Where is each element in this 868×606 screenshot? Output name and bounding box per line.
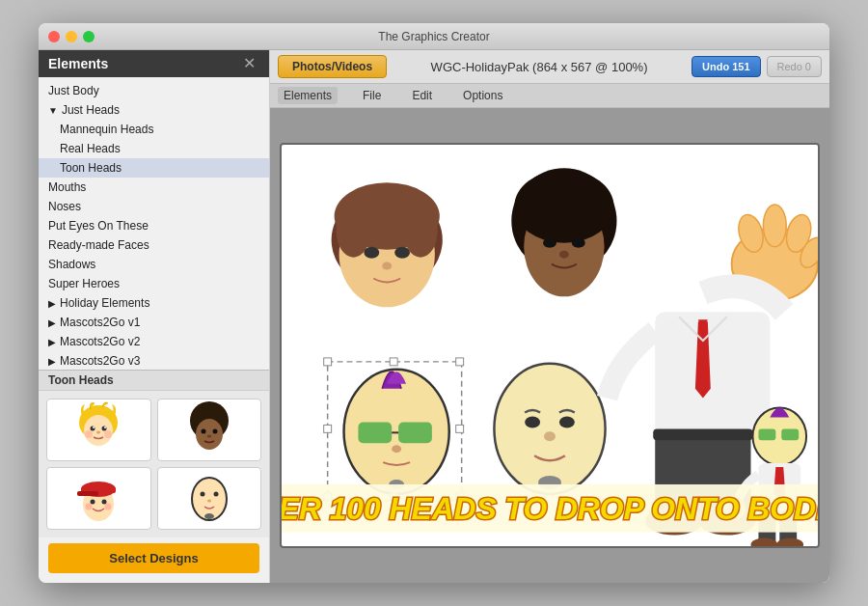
tree-arrow-icon: ▼ (48, 105, 58, 116)
sidebar-title: Elements (48, 56, 108, 71)
select-designs-button[interactable]: Select Designs (48, 543, 259, 573)
title-bar-buttons (48, 31, 95, 42)
svg-point-8 (104, 430, 112, 438)
window-title: The Graphics Creator (378, 30, 489, 43)
tree-item-super-heroes[interactable]: Super Heroes (39, 274, 269, 293)
app-body: Elements ✕ Just Body▼ Just HeadsMannequi… (39, 50, 829, 583)
title-bar: The Graphics Creator (39, 23, 829, 50)
svg-rect-50 (324, 358, 332, 366)
svg-rect-44 (358, 422, 392, 443)
redo-button[interactable]: Redo 0 (767, 56, 822, 77)
submenu-item-edit[interactable]: Edit (406, 87, 438, 104)
svg-point-10 (196, 419, 223, 450)
tree-item-ready-made-faces[interactable]: Ready-made Faces (39, 235, 269, 255)
tree-item-mannequin-heads[interactable]: Mannequin Heads (39, 120, 269, 139)
svg-point-18 (91, 499, 95, 504)
dark-afro-head-icon (184, 401, 234, 459)
svg-point-24 (200, 491, 204, 496)
svg-rect-79 (781, 428, 799, 440)
canvas-content: OVER 100 HEADS TO DROP ONTO BODIES (280, 143, 820, 548)
document-title: WGC-HolidayPak (864 x 567 @ 100%) (393, 60, 686, 74)
tree-arrow-icon: ▶ (48, 356, 56, 367)
tree-item-mouths[interactable]: Mouths (39, 178, 269, 197)
svg-point-7 (85, 430, 93, 438)
svg-point-13 (206, 434, 211, 437)
svg-rect-74 (653, 428, 752, 440)
thumbnail-bald-oval[interactable] (157, 467, 262, 530)
tree-item-toon-heads[interactable]: Toon Heads (39, 158, 269, 178)
app-window: The Graphics Creator Elements ✕ Just Bod… (39, 23, 829, 583)
svg-point-33 (364, 247, 379, 259)
toon-heads-section-label: Toon Heads (39, 370, 269, 390)
svg-text:OVER 100 HEADS TO DROP ONTO BO: OVER 100 HEADS TO DROP ONTO BODIES (282, 491, 818, 526)
svg-point-39 (543, 238, 556, 248)
tree-item-holiday-elements[interactable]: ▶ Holiday Elements (39, 293, 269, 313)
svg-point-4 (93, 427, 95, 428)
submenu-bar: ElementsFileEditOptions (270, 84, 829, 108)
svg-point-12 (212, 428, 217, 433)
tree-item-shadows[interactable]: Shadows (39, 255, 269, 274)
svg-point-3 (102, 426, 107, 430)
blonde-girl-head-icon (73, 401, 123, 459)
tree-item-real-heads[interactable]: Real Heads (39, 139, 269, 158)
thumbnail-dark-afro[interactable] (157, 399, 262, 461)
tree-item-mascots2go-v3[interactable]: ▶ Mascots2Go v3 (39, 351, 269, 370)
minimize-button[interactable] (66, 31, 77, 42)
svg-point-21 (105, 503, 112, 510)
close-button[interactable] (48, 31, 60, 42)
svg-point-25 (213, 491, 218, 496)
svg-point-66 (763, 205, 786, 247)
svg-point-60 (525, 416, 540, 427)
tree-arrow-icon: ▶ (48, 317, 56, 328)
svg-point-2 (91, 426, 95, 430)
svg-point-41 (559, 251, 569, 259)
tree-item-noses[interactable]: Noses (39, 197, 269, 216)
svg-point-6 (96, 430, 100, 433)
canvas-area: OVER 100 HEADS TO DROP ONTO BODIES (270, 108, 829, 583)
svg-rect-56 (324, 425, 332, 432)
sidebar-close-button[interactable]: ✕ (239, 56, 259, 71)
submenu-item-options[interactable]: Options (457, 87, 508, 104)
svg-point-26 (207, 499, 211, 502)
sidebar-thumbnails (39, 390, 269, 537)
svg-point-48 (392, 445, 401, 453)
svg-point-35 (382, 262, 392, 270)
toolbar: Photos/Videos WGC-HolidayPak (864 x 567 … (270, 50, 829, 84)
cap-kid-head-icon (73, 470, 123, 528)
tree-arrow-icon: ▶ (48, 298, 56, 309)
svg-point-62 (544, 431, 556, 441)
tree-item-mascots2go-v1[interactable]: ▶ Mascots2Go v1 (39, 313, 269, 332)
tree-arrow-icon: ▶ (48, 337, 56, 347)
svg-point-20 (86, 503, 93, 510)
tree-item-put-eyes-on-these[interactable]: Put Eyes On These (39, 216, 269, 235)
submenu-item-file[interactable]: File (357, 87, 387, 104)
canvas-illustration: OVER 100 HEADS TO DROP ONTO BODIES (282, 145, 818, 546)
svg-point-5 (104, 427, 106, 428)
bald-oval-head-icon (184, 470, 234, 528)
svg-rect-17 (77, 491, 98, 496)
maximize-button[interactable] (83, 31, 95, 42)
svg-point-61 (559, 416, 575, 427)
sidebar-header: Elements ✕ (39, 50, 269, 77)
tree-item-just-body[interactable]: Just Body (39, 81, 269, 100)
main-panel: Photos/Videos WGC-HolidayPak (864 x 567 … (270, 50, 829, 583)
svg-rect-51 (456, 358, 464, 366)
svg-point-34 (394, 247, 410, 259)
svg-point-11 (201, 428, 205, 433)
thumbnail-blonde-girl[interactable] (46, 399, 151, 461)
svg-point-19 (102, 499, 107, 504)
sidebar-tree: Just Body▼ Just HeadsMannequin HeadsReal… (39, 77, 269, 370)
tree-item-mascots2go-v2[interactable]: ▶ Mascots2Go v2 (39, 332, 269, 351)
submenu-item-elements[interactable]: Elements (278, 87, 338, 104)
sidebar: Elements ✕ Just Body▼ Just HeadsMannequi… (39, 50, 270, 583)
thumbnail-cap-kid[interactable] (46, 467, 151, 530)
tree-item-just-heads[interactable]: ▼ Just Heads (39, 100, 269, 120)
svg-rect-54 (390, 358, 397, 366)
undo-button[interactable]: Undo 151 (692, 56, 761, 77)
svg-point-40 (572, 238, 585, 248)
svg-point-27 (204, 513, 214, 519)
svg-rect-78 (758, 428, 775, 440)
photos-videos-button[interactable]: Photos/Videos (278, 55, 387, 78)
svg-rect-57 (456, 425, 464, 432)
svg-rect-45 (398, 422, 432, 443)
